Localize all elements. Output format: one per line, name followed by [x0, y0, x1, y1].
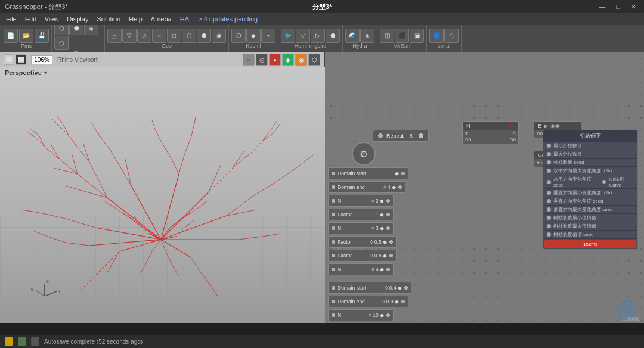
gear-node[interactable]: ⚙: [352, 142, 382, 166]
svg-line-71: [48, 215, 66, 219]
tree-svg: Y X Z: [0, 67, 325, 323]
s3-label: N: [338, 198, 341, 204]
vp-icon-1[interactable]: ⬜: [4, 54, 14, 65]
menu-file[interactable]: File: [2, 14, 20, 24]
tb-elik-4[interactable]: ⬠: [54, 36, 69, 50]
close-button[interactable]: ✕: [628, 3, 639, 11]
tb-label-spiral: spiral: [438, 44, 451, 49]
n-node[interactable]: N ✕ TC D0D0: [462, 121, 519, 144]
gh-canvas[interactable]: ⚙ Repeat 5 N ✕ TC D0D0 E ▶ ◉◉: [325, 52, 644, 323]
tb-elik-1[interactable]: ⬡: [54, 25, 69, 35]
slider-n-3[interactable]: N ◊ 4 ◆: [328, 263, 394, 275]
svg-line-64: [91, 122, 95, 129]
s5-in: [332, 226, 335, 230]
menu-help[interactable]: Help: [125, 14, 146, 24]
maximize-button[interactable]: □: [613, 3, 623, 11]
tb-k2[interactable]: ◆: [246, 29, 261, 43]
menu-edit[interactable]: Edit: [21, 14, 40, 24]
vp-wire-icon[interactable]: ◎: [256, 54, 268, 66]
tb-elik-3[interactable]: ◈: [84, 25, 98, 35]
tb-geo-2[interactable]: ▽: [122, 29, 137, 43]
slider-factor-3[interactable]: Factor ◊ 0.8 ◆: [328, 250, 397, 262]
tb-geo-3[interactable]: ◇: [137, 29, 151, 43]
vp-icon-2[interactable]: ⬜: [16, 54, 26, 65]
tb-geo-5[interactable]: □: [167, 29, 181, 43]
svg-line-96: [45, 291, 57, 296]
svg-line-43: [179, 153, 185, 174]
tb-h2[interactable]: ◁: [296, 29, 310, 43]
svg-line-24: [63, 123, 69, 135]
s11-value: ◊ 10 ◆: [369, 312, 384, 318]
menu-display[interactable]: Display: [63, 14, 92, 24]
repeat-node[interactable]: Repeat 5: [373, 130, 429, 142]
tb-s1[interactable]: 🌀: [429, 29, 444, 43]
menu-ameba[interactable]: Ameba: [147, 14, 175, 24]
tb-k3[interactable]: ▪: [261, 29, 275, 43]
slider-domain-start-2[interactable]: Domain start ◊ 0.4 ◆: [328, 282, 411, 294]
e-node-arrow: ▶: [544, 123, 548, 129]
tb-hy1[interactable]: 🌊: [345, 29, 360, 43]
hal-notice[interactable]: HAL => 4 updates pending: [177, 14, 261, 24]
status-cloud-icon[interactable]: [18, 337, 26, 346]
slider-domain-end-2[interactable]: Domain end ◊ 0.9 ◆: [328, 296, 408, 307]
vp-extra-icon[interactable]: ◉: [295, 54, 307, 66]
vp-last-icon[interactable]: ⬡: [308, 54, 320, 66]
slider-n-1[interactable]: N ◊ 2 ◆: [328, 195, 394, 207]
tb-save[interactable]: 💾: [35, 29, 49, 43]
s9-out: [404, 286, 408, 290]
svg-line-39: [110, 150, 119, 165]
svg-line-84: [191, 207, 200, 213]
slider-factor-2[interactable]: Factor ◊ 0.5 ◆: [328, 236, 397, 248]
tb-k1[interactable]: ⬡: [231, 29, 246, 43]
big-node-row-4: 水平方向最大变化角度（%）: [543, 167, 637, 175]
tb-label-hummingbird: Hummingbird: [295, 44, 327, 49]
slider-factor-1[interactable]: Factor 1 ◆: [328, 209, 394, 220]
big-node-row-3: 分枝数量 seed: [543, 159, 637, 167]
menu-solution[interactable]: Solution: [93, 14, 124, 24]
vp-display-icon[interactable]: ○: [243, 54, 255, 66]
svg-line-25: [209, 168, 233, 192]
zoom-input[interactable]: 106%: [31, 55, 52, 64]
big-node[interactable]: 初始倒下 最小分枝数目 最大分枝数目 分枝数量 seed 水平方向最大变化角度（…: [543, 130, 638, 250]
status-save-icon[interactable]: [5, 337, 13, 346]
tb-geo-7[interactable]: ⬢: [197, 29, 211, 43]
bn-in-11: [547, 232, 551, 237]
slider-domain-start-1[interactable]: Domain start 1 ◆: [328, 167, 408, 179]
minimize-button[interactable]: —: [596, 3, 608, 11]
tb-m3[interactable]: ▣: [410, 29, 424, 43]
n-node-n-label: N: [466, 123, 470, 129]
tb-s2[interactable]: ◌: [444, 29, 459, 43]
titlebar-controls[interactable]: — □ ✕: [596, 3, 639, 11]
tb-h3[interactable]: ▷: [311, 29, 325, 43]
menu-view[interactable]: View: [41, 14, 63, 24]
svg-line-89: [185, 220, 194, 228]
toolbar-group-mirsurf: ◫ ⬛ ▣ MirSurf: [377, 25, 427, 52]
tb-open[interactable]: 📂: [19, 29, 33, 43]
tb-geo-6[interactable]: ⬡: [182, 29, 196, 43]
s8-label: N: [338, 266, 341, 272]
tb-geo-1[interactable]: △: [107, 29, 122, 43]
viewport-canvas[interactable]: Y X Z: [0, 67, 325, 323]
svg-line-69: [304, 155, 313, 162]
tb-m2[interactable]: ⬛: [395, 29, 409, 43]
vp-render-icon[interactable]: ◆: [282, 54, 294, 66]
svg-line-1: [131, 186, 161, 240]
perspective-dropdown-icon[interactable]: ▼: [43, 70, 48, 76]
vp-shade-icon[interactable]: ●: [269, 54, 281, 66]
tb-elik-2[interactable]: ⬟: [69, 25, 83, 35]
tb-geo-8[interactable]: ◉: [212, 29, 226, 43]
tb-hy2[interactable]: ◈: [360, 29, 374, 43]
svg-line-92: [161, 240, 167, 254]
status-settings-icon[interactable]: [31, 337, 39, 346]
slider-domain-end-1[interactable]: Domain end ◊ 4 ◆: [328, 181, 405, 193]
tb-m1[interactable]: ◫: [380, 29, 394, 43]
slider-n-2[interactable]: N ◊ 3 ◆: [328, 222, 394, 234]
tb-geo-4[interactable]: ○: [152, 29, 166, 43]
perspective-label[interactable]: Perspective: [5, 69, 42, 76]
tb-new[interactable]: 📄: [4, 29, 18, 43]
bn-label-2: 最大分枝数目: [553, 151, 582, 157]
tb-h1[interactable]: 🐦: [281, 29, 295, 43]
tb-h4[interactable]: ⬟: [326, 29, 340, 43]
svg-line-34: [250, 183, 274, 198]
slider-n-4[interactable]: N ◊ 10 ◆: [328, 309, 394, 321]
